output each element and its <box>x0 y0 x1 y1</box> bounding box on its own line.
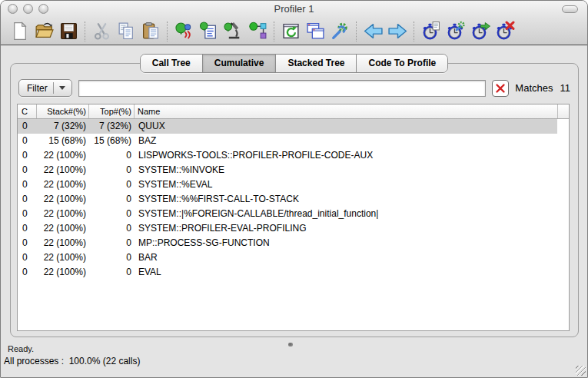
view-tabs: Call Tree Cumulative Stacked Tree Code T… <box>1 54 587 73</box>
titlebar[interactable]: Profiler 1 <box>1 1 587 18</box>
table-row[interactable]: 022 (100%)0SYSTEM::%%FIRST-CALL-TO-STACK <box>18 192 557 207</box>
cell-stack: 22 (100%) <box>37 221 89 236</box>
resize-grip[interactable] <box>576 366 586 376</box>
editor-icon <box>198 21 219 41</box>
table-row[interactable]: 022 (100%)0SYSTEM::|%FOREIGN-CALLABLE/th… <box>18 207 557 221</box>
cell-name: SYSTEM::%INVOKE <box>135 163 557 177</box>
listener-icon <box>174 21 194 41</box>
paste-button[interactable] <box>139 19 162 43</box>
toolbar-toggle-button[interactable] <box>562 5 578 13</box>
table-row[interactable]: 015 (68%)15 (68%)BAZ <box>18 134 557 148</box>
cell-stack: 22 (100%) <box>37 192 89 207</box>
cell-c: 0 <box>18 148 37 163</box>
listener-button[interactable] <box>172 19 195 43</box>
cell-name: MP::PROCESS-SG-FUNCTION <box>135 236 557 250</box>
toolbar-separator <box>414 22 414 41</box>
table-row[interactable]: 022 (100%)0BAR <box>18 250 557 265</box>
cell-top: 0 <box>89 265 135 280</box>
cell-stack: 22 (100%) <box>37 207 89 221</box>
table-row[interactable]: 022 (100%)0SYSTEM::%EVAL <box>18 177 557 192</box>
cell-c: 0 <box>18 177 37 192</box>
cell-c: 0 <box>18 250 37 265</box>
cell-top: 0 <box>89 221 135 236</box>
cell-c: 0 <box>18 221 37 236</box>
clone-window-button[interactable] <box>304 19 327 43</box>
cell-c: 0 <box>18 119 37 134</box>
profile-report-button[interactable] <box>419 19 442 43</box>
column-header-stack[interactable]: Stack#(%) <box>37 104 89 118</box>
column-header-name[interactable]: Name <box>135 104 558 118</box>
cell-stack: 22 (100%) <box>37 177 89 192</box>
table-header: C Stack#(%) Top#(%) Name <box>18 104 569 119</box>
matches-readout: Matches 11 <box>515 82 572 94</box>
toolbar <box>1 18 587 45</box>
filter-button-divider <box>53 82 54 94</box>
tab-call-tree[interactable]: Call Tree <box>141 55 202 72</box>
cell-name: SYSTEM::%%FIRST-CALL-TO-STACK <box>135 192 557 207</box>
filter-menu-button[interactable]: Filter <box>18 79 72 97</box>
table-row[interactable]: 07 (32%)7 (32%)QUUX <box>18 119 557 134</box>
table-row[interactable]: 022 (100%)0SYSTEM::PROFILER-EVAL-PROFILI… <box>18 221 557 236</box>
cell-top: 0 <box>89 207 135 221</box>
cell-c: 0 <box>18 134 37 148</box>
cell-top: 15 (68%) <box>89 134 135 148</box>
table-row[interactable]: 022 (100%)0SYSTEM::%INVOKE <box>18 163 557 177</box>
open-file-button[interactable] <box>32 19 55 43</box>
table-row[interactable]: 022 (100%)0LISPWORKS-TOOLS::PROFILER-PRO… <box>18 148 557 163</box>
cell-name: BAZ <box>135 134 557 148</box>
filter-input[interactable] <box>78 80 487 97</box>
column-header-top[interactable]: Top#(%) <box>89 104 135 118</box>
toolbar-separator <box>356 22 357 41</box>
cell-stack: 7 (32%) <box>37 119 89 134</box>
refresh-button[interactable] <box>279 19 302 43</box>
new-document-icon <box>9 21 30 41</box>
tab-cumulative[interactable]: Cumulative <box>202 55 276 72</box>
copy-icon <box>116 21 137 41</box>
table-row[interactable]: 022 (100%)0EVAL <box>18 265 557 280</box>
status-processes: All processes : 100.0% (22 calls) <box>4 356 140 366</box>
table-body: 07 (32%)7 (32%)QUUX015 (68%)15 (68%)BAZ0… <box>18 119 569 330</box>
new-document-button[interactable] <box>8 19 31 43</box>
cell-name: BAR <box>135 250 557 265</box>
preferences-gear-wrench-icon <box>330 21 350 41</box>
reset-profiling-button[interactable] <box>493 19 516 43</box>
column-header-c[interactable]: C <box>18 104 37 118</box>
clear-filter-button[interactable] <box>492 80 509 97</box>
save-button[interactable] <box>57 19 80 43</box>
cell-c: 0 <box>18 207 37 221</box>
cell-top: 0 <box>89 236 135 250</box>
inspector-button[interactable] <box>221 19 244 43</box>
cell-name: EVAL <box>135 265 557 280</box>
table-row[interactable]: 022 (100%)0MP::PROCESS-SG-FUNCTION <box>18 236 557 250</box>
cut-button[interactable] <box>90 19 113 43</box>
cell-stack: 22 (100%) <box>37 265 89 280</box>
history-back-button[interactable] <box>361 19 384 43</box>
forward-arrow-icon <box>387 21 408 41</box>
history-forward-button[interactable] <box>386 19 409 43</box>
stopwatch-start-icon <box>470 21 490 41</box>
cell-name: SYSTEM::|%FOREIGN-CALLABLE/thread_initia… <box>135 207 557 221</box>
dropdown-arrow-icon <box>59 86 65 90</box>
profiler-setup-button[interactable] <box>443 19 467 43</box>
refresh-icon <box>281 21 301 41</box>
tab-stacked-tree[interactable]: Stacked Tree <box>275 55 356 72</box>
cell-top: 0 <box>89 163 135 177</box>
copy-button[interactable] <box>115 19 138 43</box>
cell-top: 7 (32%) <box>89 119 135 134</box>
matches-count: 11 <box>560 82 571 94</box>
cell-stack: 22 (100%) <box>37 163 89 177</box>
start-profiling-button[interactable] <box>468 19 491 43</box>
class-browser-button[interactable] <box>246 19 269 43</box>
window-title: Profiler 1 <box>1 3 587 15</box>
editor-button[interactable] <box>197 19 220 43</box>
preferences-button[interactable] <box>328 19 351 43</box>
matches-label: Matches <box>515 82 553 94</box>
tab-code-to-profile[interactable]: Code To Profile <box>356 55 447 72</box>
cell-c: 0 <box>18 192 37 207</box>
cell-stack: 15 (68%) <box>37 134 89 148</box>
profiler-window: Profiler 1 <box>0 0 588 378</box>
save-floppy-icon <box>58 21 79 41</box>
cell-stack: 22 (100%) <box>37 148 89 163</box>
clone-window-icon <box>305 21 326 41</box>
splitter-grip[interactable] <box>288 343 293 346</box>
